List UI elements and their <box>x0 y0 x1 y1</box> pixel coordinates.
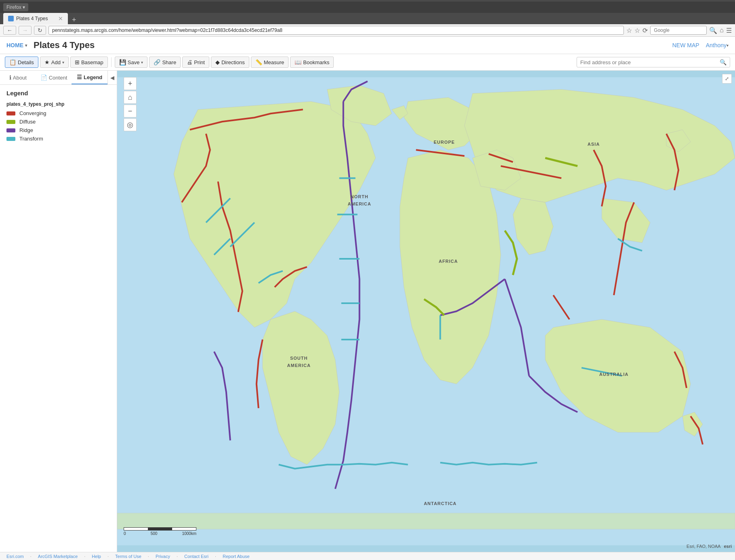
user-name[interactable]: Anthony <box>706 42 727 48</box>
footer-esri-link[interactable]: Esri.com <box>6 554 24 559</box>
tab-legend[interactable]: ☰ Legend <box>72 71 107 84</box>
tab-favicon <box>8 16 14 21</box>
measure-button[interactable]: 📏 Measure <box>251 57 289 68</box>
measure-label: Measure <box>264 59 284 65</box>
directions-label: Directions <box>221 59 245 65</box>
map-area[interactable]: NORTH AMERICA SOUTH AMERICA EUROPE AFRIC… <box>117 71 735 552</box>
map-expand-button[interactable]: ⤢ <box>722 74 732 84</box>
details-button[interactable]: 📋 Details <box>5 57 38 68</box>
firefox-button[interactable]: Firefox ▾ <box>3 3 28 11</box>
add-label: Add <box>51 59 61 65</box>
app-header: HOME ▾ Plates 4 Types NEW MAP Anthony ▾ <box>0 37 735 54</box>
svg-text:AUSTRALIA: AUSTRALIA <box>599 372 628 377</box>
legend-item-label-2: Ridge <box>19 127 33 133</box>
legend-swatch-3 <box>6 137 15 141</box>
home-label: HOME <box>6 42 23 48</box>
locate-button[interactable]: ◎ <box>124 118 137 131</box>
sidebar-collapse-button[interactable]: ◀ <box>107 71 117 84</box>
footer-sep-4: · <box>148 554 149 559</box>
legend-swatch-1 <box>6 120 15 124</box>
footer-marketplace-link[interactable]: ArcGIS Marketplace <box>38 554 78 559</box>
url-input[interactable] <box>48 26 624 35</box>
legend-layer: plates_4_types_proj_shp ConvergingDiffus… <box>6 101 110 142</box>
footer-sep-6: · <box>215 554 216 559</box>
footer-help-link[interactable]: Help <box>92 554 101 559</box>
map-svg: NORTH AMERICA SOUTH AMERICA EUROPE AFRIC… <box>117 71 735 552</box>
print-label: Print <box>194 59 205 65</box>
zoom-out-button[interactable]: − <box>124 105 137 117</box>
home-map-button[interactable]: ⌂ <box>124 91 137 104</box>
content-icon: 📄 <box>40 74 47 81</box>
print-button[interactable]: 🖨 Print <box>182 57 209 68</box>
add-caret-icon: ▾ <box>62 60 64 65</box>
scale-label-500: 500 <box>151 531 158 536</box>
directions-button[interactable]: ◆ Directions <box>211 57 249 68</box>
save-label: Save <box>128 59 140 65</box>
legend-title: Legend <box>6 90 110 96</box>
zoom-in-button[interactable]: + <box>124 77 137 90</box>
legend-panel: Legend plates_4_types_proj_shp Convergin… <box>0 85 117 151</box>
menu-icon[interactable]: ☰ <box>726 27 732 34</box>
browser-tab[interactable]: Plates 4 Types ✕ <box>3 13 68 24</box>
home-link[interactable]: HOME ▾ <box>6 42 27 48</box>
tab-close-button[interactable]: ✕ <box>58 15 63 22</box>
directions-icon: ◆ <box>215 59 220 65</box>
legend-label: Legend <box>84 74 102 80</box>
map-search-input[interactable] <box>580 59 720 65</box>
add-icon: ★ <box>44 59 50 65</box>
measure-icon: 📏 <box>255 59 262 65</box>
legend-item-0: Converging <box>6 110 110 116</box>
content-label: Content <box>49 75 67 81</box>
legend-item-label-1: Diffuse <box>19 119 36 125</box>
new-tab-button[interactable]: + <box>69 16 80 24</box>
scale-label-0: 0 <box>124 531 126 536</box>
basemap-icon: ⊞ <box>75 59 80 65</box>
legend-item-2: Ridge <box>6 127 110 133</box>
footer-privacy-link[interactable]: Privacy <box>156 554 170 559</box>
esri-logo: esri <box>724 544 732 549</box>
footer-sep-5: · <box>177 554 178 559</box>
about-icon: ℹ <box>9 74 11 81</box>
svg-text:AFRICA: AFRICA <box>439 259 458 264</box>
url-bar: ← → ↻ ☆ ☆ ⟳ 🔍 ⌂ ☰ <box>0 24 735 37</box>
print-icon: 🖨 <box>187 59 192 65</box>
bookmarks-icon: 📖 <box>295 59 301 65</box>
add-button[interactable]: ★ Add ▾ <box>40 57 69 68</box>
svg-text:ASIA: ASIA <box>588 142 600 147</box>
map-controls: + ⌂ − ◎ <box>124 77 137 131</box>
basemap-button[interactable]: ⊞ Basemap <box>70 57 108 68</box>
svg-text:ANTARCTICA: ANTARCTICA <box>424 501 457 506</box>
footer-terms-link[interactable]: Terms of Use <box>115 554 141 559</box>
reload-icon[interactable]: ⟳ <box>642 27 648 34</box>
tab-about[interactable]: ℹ About <box>0 71 36 84</box>
share-button[interactable]: 🔗 Share <box>149 57 181 68</box>
sidebar: ℹ About 📄 Content ☰ Legend ◀ Legend plat… <box>0 71 117 552</box>
map-search-icon[interactable]: 🔍 <box>720 59 727 65</box>
bookmarks-button[interactable]: 📖 Bookmarks <box>290 57 334 68</box>
forward-button[interactable]: → <box>19 26 32 35</box>
search-icon[interactable]: 🔍 <box>709 27 717 34</box>
map-attribution: Esri, FAO, NOAA esri <box>687 544 732 549</box>
legend-layer-name: plates_4_types_proj_shp <box>6 101 110 107</box>
footer-sep-3: · <box>107 554 109 559</box>
bookmark-icon[interactable]: ☆ <box>634 27 640 34</box>
refresh-button[interactable]: ↻ <box>34 26 46 35</box>
page-title: Plates 4 Types <box>34 40 672 50</box>
footer-abuse-link[interactable]: Report Abuse <box>223 554 250 559</box>
toolbar-separator-1 <box>111 57 112 67</box>
star-icon[interactable]: ☆ <box>626 27 632 34</box>
browser-search-input[interactable] <box>650 26 707 35</box>
tab-content[interactable]: 📄 Content <box>36 71 72 84</box>
svg-text:AMERICA: AMERICA <box>347 201 371 206</box>
footer-contact-link[interactable]: Contact Esri <box>184 554 208 559</box>
scale-label-1000: 1000km <box>182 531 196 536</box>
svg-text:AMERICA: AMERICA <box>287 363 311 368</box>
basemap-label: Basemap <box>81 59 103 65</box>
home-browser-icon[interactable]: ⌂ <box>720 27 724 34</box>
back-button[interactable]: ← <box>3 26 16 35</box>
new-map-button[interactable]: NEW MAP <box>672 42 699 48</box>
map-search-box[interactable]: 🔍 <box>577 57 730 67</box>
share-icon: 🔗 <box>154 59 160 65</box>
save-button[interactable]: 💾 Save ▾ <box>115 57 148 68</box>
legend-item-1: Diffuse <box>6 119 110 125</box>
